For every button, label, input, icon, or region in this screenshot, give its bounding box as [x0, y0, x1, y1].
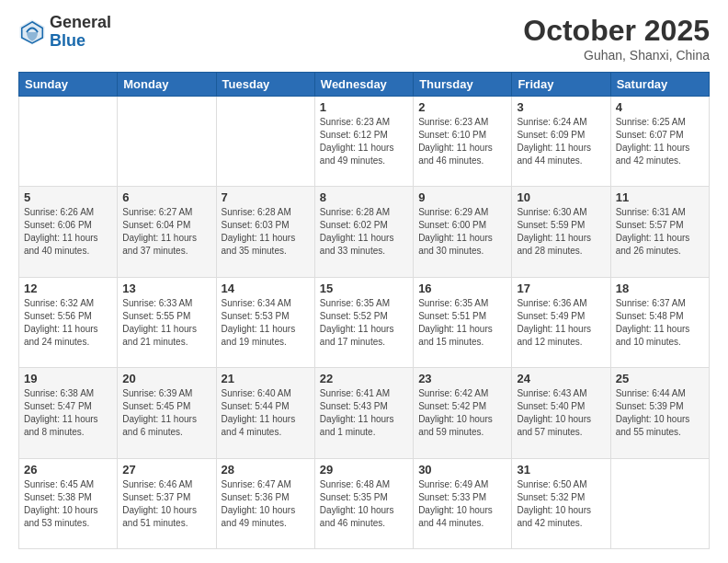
- table-row: 22Sunrise: 6:41 AM Sunset: 5:43 PM Dayli…: [314, 368, 413, 458]
- table-row: 13Sunrise: 6:33 AM Sunset: 5:55 PM Dayli…: [118, 277, 216, 367]
- day-info: Sunrise: 6:33 AM Sunset: 5:55 PM Dayligh…: [122, 297, 210, 349]
- day-number: 15: [320, 282, 408, 295]
- day-info: Sunrise: 6:27 AM Sunset: 6:04 PM Dayligh…: [122, 206, 210, 258]
- day-info: Sunrise: 6:24 AM Sunset: 6:09 PM Dayligh…: [517, 116, 605, 167]
- day-number: 22: [320, 372, 408, 385]
- table-row: [216, 97, 314, 187]
- day-info: Sunrise: 6:25 AM Sunset: 6:07 PM Dayligh…: [616, 116, 704, 167]
- table-row: 5Sunrise: 6:26 AM Sunset: 6:06 PM Daylig…: [19, 187, 118, 277]
- day-number: 14: [222, 282, 310, 295]
- day-number: 4: [616, 100, 704, 114]
- day-info: Sunrise: 6:42 AM Sunset: 5:42 PM Dayligh…: [418, 387, 506, 439]
- day-number: 8: [320, 190, 408, 204]
- day-info: Sunrise: 6:40 AM Sunset: 5:44 PM Dayligh…: [222, 387, 310, 439]
- table-row: 24Sunrise: 6:43 AM Sunset: 5:40 PM Dayli…: [512, 368, 610, 458]
- calendar: Sunday Monday Tuesday Wednesday Thursday…: [18, 72, 710, 549]
- table-row: 19Sunrise: 6:38 AM Sunset: 5:47 PM Dayli…: [19, 368, 118, 458]
- day-number: 11: [616, 190, 704, 204]
- table-row: 31Sunrise: 6:50 AM Sunset: 5:32 PM Dayli…: [512, 458, 610, 548]
- table-row: 4Sunrise: 6:25 AM Sunset: 6:07 PM Daylig…: [610, 97, 709, 187]
- col-friday: Friday: [512, 73, 610, 97]
- week-row-2: 12Sunrise: 6:32 AM Sunset: 5:56 PM Dayli…: [19, 277, 710, 367]
- table-row: 9Sunrise: 6:29 AM Sunset: 6:00 PM Daylig…: [414, 187, 512, 277]
- title-area: October 2025 Guhan, Shanxi, China: [523, 14, 710, 63]
- day-number: 24: [517, 372, 605, 385]
- table-row: 1Sunrise: 6:23 AM Sunset: 6:12 PM Daylig…: [314, 97, 413, 187]
- day-info: Sunrise: 6:50 AM Sunset: 5:32 PM Dayligh…: [517, 478, 605, 530]
- col-saturday: Saturday: [610, 73, 709, 97]
- table-row: [19, 97, 118, 187]
- table-row: [118, 97, 216, 187]
- day-number: 1: [320, 100, 408, 114]
- table-row: 6Sunrise: 6:27 AM Sunset: 6:04 PM Daylig…: [118, 187, 216, 277]
- day-info: Sunrise: 6:49 AM Sunset: 5:33 PM Dayligh…: [418, 478, 506, 530]
- col-thursday: Thursday: [414, 73, 512, 97]
- day-info: Sunrise: 6:29 AM Sunset: 6:00 PM Dayligh…: [418, 206, 506, 258]
- table-row: 25Sunrise: 6:44 AM Sunset: 5:39 PM Dayli…: [610, 368, 709, 458]
- table-row: 15Sunrise: 6:35 AM Sunset: 5:52 PM Dayli…: [314, 277, 413, 367]
- day-info: Sunrise: 6:38 AM Sunset: 5:47 PM Dayligh…: [24, 387, 112, 439]
- col-tuesday: Tuesday: [216, 73, 314, 97]
- day-number: 5: [24, 190, 112, 204]
- table-row: 21Sunrise: 6:40 AM Sunset: 5:44 PM Dayli…: [216, 368, 314, 458]
- table-row: 18Sunrise: 6:37 AM Sunset: 5:48 PM Dayli…: [610, 277, 709, 367]
- day-info: Sunrise: 6:47 AM Sunset: 5:36 PM Dayligh…: [222, 478, 310, 530]
- logo-text: General Blue: [50, 14, 111, 51]
- table-row: [610, 458, 709, 548]
- table-row: 2Sunrise: 6:23 AM Sunset: 6:10 PM Daylig…: [414, 97, 512, 187]
- month-title: October 2025: [523, 14, 710, 48]
- day-info: Sunrise: 6:44 AM Sunset: 5:39 PM Dayligh…: [616, 387, 704, 439]
- table-row: 3Sunrise: 6:24 AM Sunset: 6:09 PM Daylig…: [512, 97, 610, 187]
- week-row-3: 19Sunrise: 6:38 AM Sunset: 5:47 PM Dayli…: [19, 368, 710, 458]
- week-row-1: 5Sunrise: 6:26 AM Sunset: 6:06 PM Daylig…: [19, 187, 710, 277]
- day-number: 27: [122, 463, 210, 477]
- day-number: 16: [418, 282, 506, 295]
- day-number: 20: [122, 372, 210, 385]
- table-row: 14Sunrise: 6:34 AM Sunset: 5:53 PM Dayli…: [216, 277, 314, 367]
- table-row: 27Sunrise: 6:46 AM Sunset: 5:37 PM Dayli…: [118, 458, 216, 548]
- table-row: 16Sunrise: 6:35 AM Sunset: 5:51 PM Dayli…: [414, 277, 512, 367]
- header-row: Sunday Monday Tuesday Wednesday Thursday…: [19, 73, 710, 97]
- day-info: Sunrise: 6:37 AM Sunset: 5:48 PM Dayligh…: [616, 297, 704, 349]
- day-number: 28: [222, 463, 310, 477]
- day-info: Sunrise: 6:35 AM Sunset: 5:51 PM Dayligh…: [418, 297, 506, 349]
- logo-icon: [18, 18, 46, 46]
- day-info: Sunrise: 6:31 AM Sunset: 5:57 PM Dayligh…: [616, 206, 704, 258]
- day-info: Sunrise: 6:23 AM Sunset: 6:12 PM Dayligh…: [320, 116, 408, 167]
- day-info: Sunrise: 6:46 AM Sunset: 5:37 PM Dayligh…: [122, 478, 210, 530]
- day-number: 18: [616, 282, 704, 295]
- day-info: Sunrise: 6:28 AM Sunset: 6:03 PM Dayligh…: [222, 206, 310, 258]
- day-info: Sunrise: 6:30 AM Sunset: 5:59 PM Dayligh…: [517, 206, 605, 258]
- table-row: 11Sunrise: 6:31 AM Sunset: 5:57 PM Dayli…: [610, 187, 709, 277]
- page: General Blue October 2025 Guhan, Shanxi,…: [0, 0, 728, 563]
- day-number: 25: [616, 372, 704, 385]
- day-number: 12: [24, 282, 112, 295]
- day-info: Sunrise: 6:41 AM Sunset: 5:43 PM Dayligh…: [320, 387, 408, 439]
- table-row: 7Sunrise: 6:28 AM Sunset: 6:03 PM Daylig…: [216, 187, 314, 277]
- day-info: Sunrise: 6:34 AM Sunset: 5:53 PM Dayligh…: [222, 297, 310, 349]
- table-row: 17Sunrise: 6:36 AM Sunset: 5:49 PM Dayli…: [512, 277, 610, 367]
- table-row: 26Sunrise: 6:45 AM Sunset: 5:38 PM Dayli…: [19, 458, 118, 548]
- day-info: Sunrise: 6:43 AM Sunset: 5:40 PM Dayligh…: [517, 387, 605, 439]
- day-number: 21: [222, 372, 310, 385]
- day-number: 9: [418, 190, 506, 204]
- table-row: 20Sunrise: 6:39 AM Sunset: 5:45 PM Dayli…: [118, 368, 216, 458]
- day-info: Sunrise: 6:35 AM Sunset: 5:52 PM Dayligh…: [320, 297, 408, 349]
- week-row-0: 1Sunrise: 6:23 AM Sunset: 6:12 PM Daylig…: [19, 97, 710, 187]
- day-info: Sunrise: 6:26 AM Sunset: 6:06 PM Dayligh…: [24, 206, 112, 258]
- location: Guhan, Shanxi, China: [523, 48, 710, 63]
- day-number: 6: [122, 190, 210, 204]
- day-number: 10: [517, 190, 605, 204]
- table-row: 28Sunrise: 6:47 AM Sunset: 5:36 PM Dayli…: [216, 458, 314, 548]
- logo-general: General: [50, 14, 111, 32]
- col-sunday: Sunday: [19, 73, 118, 97]
- day-number: 3: [517, 100, 605, 114]
- day-number: 17: [517, 282, 605, 295]
- day-info: Sunrise: 6:36 AM Sunset: 5:49 PM Dayligh…: [517, 297, 605, 349]
- day-number: 7: [222, 190, 310, 204]
- day-info: Sunrise: 6:48 AM Sunset: 5:35 PM Dayligh…: [320, 478, 408, 530]
- day-number: 29: [320, 463, 408, 477]
- day-number: 23: [418, 372, 506, 385]
- day-number: 31: [517, 463, 605, 477]
- day-number: 19: [24, 372, 112, 385]
